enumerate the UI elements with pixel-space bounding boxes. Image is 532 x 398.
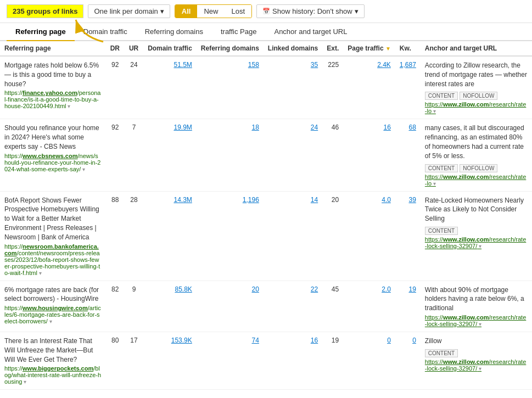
page-title: BofA Report Shows Fewer Prospective Home… [4,197,99,241]
cell-page-traffic: 2.0 [343,281,395,332]
filter-group: All New Lost [175,4,252,18]
th-dr[interactable]: DR [106,41,125,56]
cell-ext: 46 [322,119,343,191]
page-url-link[interactable]: https://newsroom.bankofamerica.com/conte… [4,243,102,276]
cell-referring-page: 6% mortgage rates are back (for select b… [0,281,106,332]
cell-anchor: ZillowCONTENThttps://www.zillow.com/rese… [421,332,532,389]
subnav-anchor-url[interactable]: Anchor and target URL [265,23,356,41]
url-dropdown-arrow[interactable]: ▾ [66,103,71,109]
cell-kw: 19 [395,281,421,332]
cell-domain-traffic: 19.9M [143,119,197,191]
cell-domain-traffic: 153.9K [143,332,197,389]
cell-anchor: With about 90% of mortgage holders havin… [421,281,532,332]
cell-ur: 28 [125,191,143,281]
cell-dr: 80 [106,332,125,389]
cell-ext: 225 [322,56,343,119]
one-link-dropdown[interactable]: One link per domain ▾ [88,4,170,18]
cell-referring-page: There Is an Interest Rate That Will Unfr… [0,332,106,389]
tag-content: CONTENT [425,92,458,100]
groups-badge: 235 groups of links [7,4,83,18]
anchor-url-dropdown-arrow[interactable]: ▾ [432,108,436,114]
cell-ur: 24 [125,56,143,119]
subnav-referring-page[interactable]: Referring page [7,23,75,41]
anchor-url-dropdown-arrow[interactable]: ▾ [477,321,481,327]
th-ur[interactable]: UR [125,41,143,56]
backlinks-table: Referring page DR UR Domain traffic Refe… [0,41,532,390]
filter-lost-button[interactable]: Lost [225,5,251,18]
chevron-down-icon: ▾ [355,7,359,15]
cell-referring-domains: 18 [197,119,264,191]
table-row: Mortgage rates hold below 6.5% — is this… [0,56,532,119]
cell-dr: 82 [106,281,125,332]
anchor-text: According to Zillow research, the trend … [425,61,527,88]
th-referring-page: Referring page [0,41,106,56]
anchor-text: many cases, it all but discouraged refin… [425,124,524,159]
sub-nav: Referring page Domain traffic Referring … [0,23,532,41]
one-link-label: One link per domain [94,7,158,15]
top-bar: 235 groups of links One link per domain … [0,0,532,23]
cell-page-traffic: 4.0 [343,191,395,281]
table-header-row: Referring page DR UR Domain traffic Refe… [0,41,532,56]
cell-page-traffic: 0 [343,332,395,389]
cell-linked-domains: 16 [264,332,322,389]
th-ext[interactable]: Ext. [322,41,343,56]
page-title: Mortgage rates hold below 6.5% — is this… [4,61,99,88]
page-url-link[interactable]: https://finance.yahoo.com/personal-finan… [4,89,102,109]
url-dropdown-arrow[interactable]: ▾ [22,379,26,385]
anchor-url-link[interactable]: https://www.zillow.com/research/rate-lo … [425,173,528,187]
anchor-url-dropdown-arrow[interactable]: ▾ [432,181,436,187]
cell-ext: 20 [322,191,343,281]
th-domain-traffic[interactable]: Domain traffic [143,41,197,56]
url-dropdown-arrow[interactable]: ▾ [37,270,42,276]
page-url-link[interactable]: https://www.housingwire.com/articles/6-m… [4,305,102,324]
th-kw[interactable]: Kw. [395,41,421,56]
cell-domain-traffic: 14.3M [143,191,197,281]
th-anchor: Anchor and target URL [421,41,532,56]
cell-anchor: Rate-Locked Homeowners Nearly Twice as L… [421,191,532,281]
cell-referring-domains: 20 [197,281,264,332]
anchor-url-link[interactable]: https://www.zillow.com/research/rate-loc… [425,358,528,372]
anchor-url-link[interactable]: https://www.zillow.com/research/rate-loc… [425,236,528,249]
cell-page-traffic: 16 [343,119,395,191]
cell-referring-domains: 74 [197,332,264,389]
subnav-domain-traffic[interactable]: Domain traffic [75,23,136,41]
page-url-link[interactable]: https://www.biggerpockets.com/blog/what-… [4,365,102,385]
chevron-down-icon: ▾ [160,7,164,15]
filter-new-button[interactable]: New [197,5,225,18]
subnav-traffic-page[interactable]: traffic Page [212,23,266,41]
history-dropdown[interactable]: 📅 Show history: Don't show ▾ [256,4,365,18]
th-page-traffic[interactable]: Page traffic ▼ [343,41,395,56]
cell-referring-page: BofA Report Shows Fewer Prospective Home… [0,191,106,281]
tag-content: CONTENT [425,349,458,357]
cell-referring-page: Should you refinance your home in 2024? … [0,119,106,191]
cell-ur: 9 [125,281,143,332]
page-url-link[interactable]: https://www.cbsnews.com/news/should-you-… [4,153,102,172]
th-linked-domains[interactable]: Linked domains [264,41,322,56]
anchor-url-link[interactable]: https://www.zillow.com/research/rate-loc… [425,314,528,327]
page-title: Should you refinance your home in 2024? … [4,124,99,150]
subnav-referring-domains[interactable]: Referring domains [136,23,212,41]
anchor-url-link[interactable]: https://www.zillow.com/research/rate-lo … [425,101,528,114]
cell-ext: 19 [322,332,343,389]
tag-nofollow: NOFOLLOW [460,164,497,172]
table-row: BofA Report Shows Fewer Prospective Home… [0,191,532,281]
anchor-text: Zillow [425,337,442,345]
th-referring-domains[interactable]: Referring domains [197,41,264,56]
cell-domain-traffic: 51.5M [143,56,197,119]
anchor-url-dropdown-arrow[interactable]: ▾ [477,243,481,249]
tag-nofollow: NOFOLLOW [460,92,497,100]
url-dropdown-arrow[interactable]: ▾ [48,318,52,324]
url-dropdown-arrow[interactable]: ▾ [81,166,85,172]
cell-kw: 68 [395,119,421,191]
tag-content: CONTENT [425,164,458,172]
cell-referring-domains: 158 [197,56,264,119]
table-row: There Is an Interest Rate That Will Unfr… [0,332,532,389]
anchor-url-dropdown-arrow[interactable]: ▾ [477,366,481,372]
cell-anchor: many cases, it all but discouraged refin… [421,119,532,191]
cell-referring-page: Mortgage rates hold below 6.5% — is this… [0,56,106,119]
page-title: There Is an Interest Rate That Will Unfr… [4,337,93,363]
table-row: 6% mortgage rates are back (for select b… [0,281,532,332]
page-title: 6% mortgage rates are back (for select b… [4,286,99,303]
cell-kw: 0 [395,332,421,389]
filter-all-button[interactable]: All [175,5,198,18]
